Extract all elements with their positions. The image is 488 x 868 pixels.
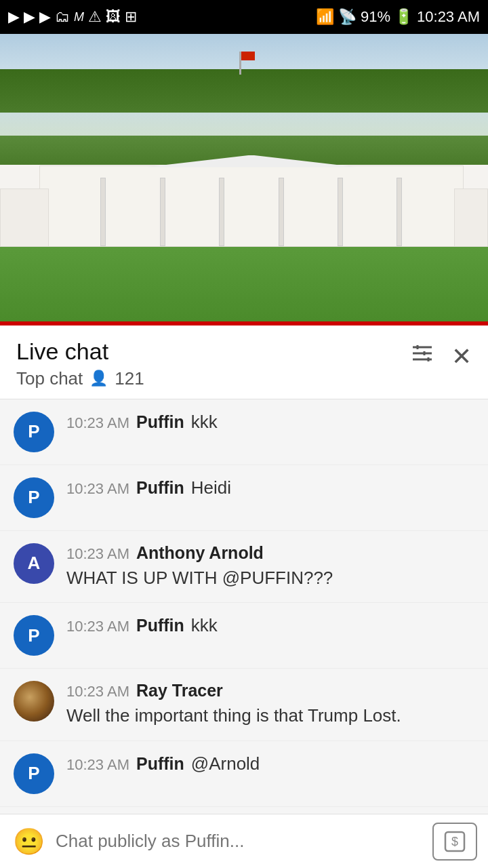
grid-icon: ⊞ bbox=[125, 8, 137, 26]
chat-messages-list: P 10:23 AM Puffin kkk P 10:23 AM Puffin … bbox=[0, 399, 488, 868]
chat-message: 10:23 AM Ray Tracer Well the important t… bbox=[0, 669, 488, 741]
avatar: P bbox=[14, 753, 54, 794]
live-chat-title: Live chat bbox=[16, 338, 144, 366]
chat-input-bar: 😐 $ bbox=[0, 814, 488, 868]
filter-button[interactable] bbox=[409, 340, 435, 372]
column bbox=[100, 178, 106, 246]
warning-icon: ⚠ bbox=[88, 8, 102, 26]
message-author: Anthony Arnold bbox=[136, 543, 264, 563]
folder-icon: 🗂 bbox=[55, 8, 70, 26]
play-icon-2: ▶ bbox=[24, 8, 35, 26]
message-content: 10:23 AM Puffin kkk bbox=[66, 412, 474, 435]
message-content: 10:23 AM Puffin @Arnold bbox=[66, 753, 474, 777]
avatar: P bbox=[14, 615, 54, 656]
message-meta: 10:23 AM Ray Tracer bbox=[66, 681, 474, 701]
column bbox=[338, 178, 343, 246]
time-display: 10:23 AM bbox=[417, 8, 480, 26]
column bbox=[219, 178, 224, 246]
building-structure bbox=[39, 165, 464, 247]
video-progress-bar[interactable] bbox=[0, 321, 488, 326]
status-bar: ▶ ▶ ▶ 🗂 M ⚠ 🖼 ⊞ 📶 📡 91% 🔋 10:23 AM bbox=[0, 0, 488, 34]
column bbox=[160, 178, 165, 246]
message-inline-text: kkk bbox=[191, 412, 218, 433]
chat-message: P 10:23 AM Puffin Heidi bbox=[0, 465, 488, 531]
building-wing-left bbox=[0, 189, 49, 247]
message-meta: 10:23 AM Puffin Heidi bbox=[66, 477, 474, 498]
message-content: 10:23 AM Ray Tracer Well the important t… bbox=[66, 681, 474, 728]
viewer-count: 121 bbox=[115, 368, 144, 389]
message-meta: 10:23 AM Puffin kkk bbox=[66, 615, 474, 636]
top-chat-label[interactable]: Top chat bbox=[16, 368, 83, 389]
message-time: 10:23 AM bbox=[66, 545, 129, 563]
image-icon: 🖼 bbox=[106, 8, 121, 26]
message-author: Puffin bbox=[136, 412, 184, 432]
column bbox=[279, 178, 284, 246]
message-content: 10:23 AM Puffin kkk bbox=[66, 615, 474, 639]
avatar: P bbox=[14, 477, 54, 518]
avatar bbox=[14, 681, 54, 722]
live-chat-header: Live chat Top chat 👤 121 ✕ bbox=[0, 326, 488, 399]
message-time: 10:23 AM bbox=[66, 756, 129, 774]
message-time: 10:23 AM bbox=[66, 618, 129, 635]
message-text: Well the important thing is that Trump L… bbox=[66, 703, 474, 728]
message-time: 10:23 AM bbox=[66, 414, 129, 432]
chat-title-area: Live chat Top chat 👤 121 bbox=[16, 338, 144, 389]
message-author: Puffin bbox=[136, 616, 184, 635]
video-player[interactable] bbox=[0, 34, 488, 326]
message-inline-text: kkk bbox=[191, 615, 218, 636]
flag bbox=[241, 52, 255, 60]
message-time: 10:23 AM bbox=[66, 480, 129, 498]
message-inline-text: Heidi bbox=[191, 477, 231, 498]
close-button[interactable]: ✕ bbox=[451, 342, 472, 371]
chat-message: P 10:23 AM Puffin kkk bbox=[0, 603, 488, 669]
trees bbox=[0, 69, 488, 113]
message-content: 10:23 AM Anthony Arnold WHAT IS UP WITH … bbox=[66, 543, 474, 590]
message-author: Puffin bbox=[136, 478, 184, 498]
send-button[interactable]: $ bbox=[432, 823, 477, 861]
svg-text:$: $ bbox=[451, 835, 458, 848]
message-meta: 10:23 AM Puffin @Arnold bbox=[66, 753, 474, 774]
header-actions: ✕ bbox=[409, 340, 472, 372]
chat-message: A 10:23 AM Anthony Arnold WHAT IS UP WIT… bbox=[0, 531, 488, 603]
chat-message: P 10:23 AM Puffin @Arnold bbox=[0, 741, 488, 807]
message-author: Ray Tracer bbox=[136, 681, 223, 701]
chat-input[interactable] bbox=[56, 824, 423, 859]
message-time: 10:23 AM bbox=[66, 683, 129, 701]
status-right: 📶 📡 91% 🔋 10:23 AM bbox=[316, 8, 480, 26]
column bbox=[396, 178, 402, 246]
lawn bbox=[0, 247, 488, 326]
avatar: A bbox=[14, 543, 54, 584]
message-meta: 10:23 AM Anthony Arnold bbox=[66, 543, 474, 563]
play-icon: ▶ bbox=[8, 8, 20, 26]
wifi-icon: 📶 bbox=[316, 8, 334, 26]
play-icon-3: ▶ bbox=[39, 8, 51, 26]
battery-icon: 🔋 bbox=[394, 8, 413, 26]
status-icons: ▶ ▶ ▶ 🗂 M ⚠ 🖼 ⊞ bbox=[8, 8, 137, 26]
avatar: P bbox=[14, 412, 54, 452]
top-chat-row: Top chat 👤 121 bbox=[16, 368, 144, 389]
message-author: Puffin bbox=[136, 754, 184, 774]
chat-message: P 10:23 AM Puffin kkk bbox=[0, 399, 488, 465]
signal-icon: 📡 bbox=[338, 8, 357, 26]
columns-row bbox=[40, 166, 463, 246]
viewers-icon: 👤 bbox=[89, 370, 108, 387]
battery-text: 91% bbox=[361, 8, 390, 26]
message-content: 10:23 AM Puffin Heidi bbox=[66, 477, 474, 501]
m-icon: M bbox=[74, 10, 84, 24]
building-wing-right bbox=[454, 189, 488, 247]
emoji-button[interactable]: 😐 bbox=[11, 824, 46, 859]
message-meta: 10:23 AM Puffin kkk bbox=[66, 412, 474, 433]
message-inline-text: @Arnold bbox=[191, 753, 260, 774]
message-text: WHAT IS UP WITH @PUFFIN??? bbox=[66, 566, 474, 590]
